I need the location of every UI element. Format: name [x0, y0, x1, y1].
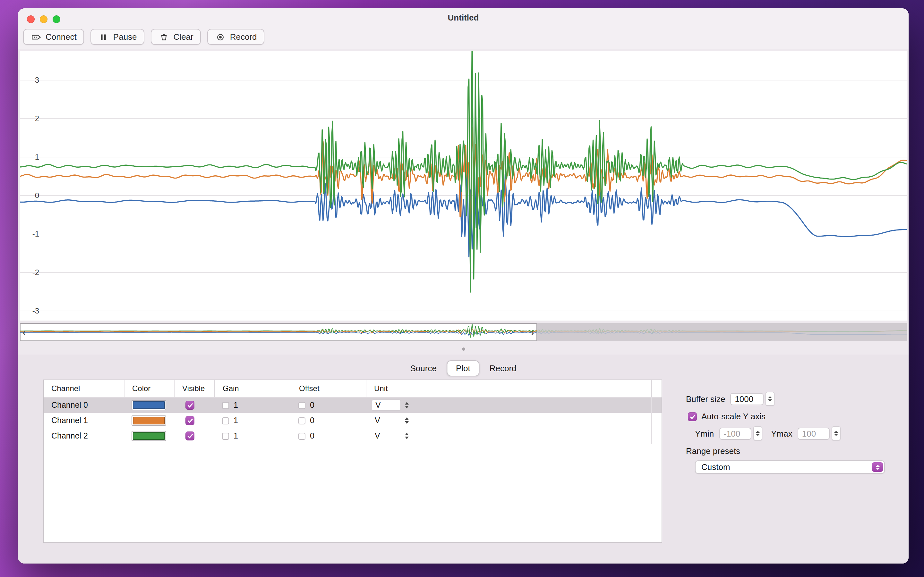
gain-value[interactable]: 1 [234, 401, 238, 410]
unit-combo[interactable]: V [372, 415, 401, 426]
chevron-left-icon: ‹ [23, 327, 26, 337]
window-title: Untitled [18, 13, 909, 23]
clear-label: Clear [174, 32, 194, 42]
record-button[interactable]: Record [208, 29, 265, 45]
channel-name: Channel 0 [44, 398, 124, 413]
titlebar[interactable]: Untitled Connect Pause [18, 8, 909, 49]
range-presets-row: Range presets [686, 446, 904, 456]
ymin-stepper[interactable] [753, 426, 762, 440]
tab-plot[interactable]: Plot [447, 360, 479, 376]
clear-button[interactable]: Clear [151, 29, 201, 45]
scroll-left-button[interactable]: ‹ [21, 323, 27, 341]
check-icon [187, 434, 193, 438]
popup-chevrons-icon [872, 462, 883, 472]
plot-area[interactable]: 3 2 1 0 -1 -2 -3 [20, 51, 907, 321]
gain-checkbox[interactable] [222, 417, 229, 424]
table-header-row: Channel Color Visible Gain Offset Unit [44, 380, 662, 398]
ymin-label: Ymin [695, 429, 714, 438]
channels-table: Channel Color Visible Gain Offset Unit C… [43, 380, 662, 543]
gain-checkbox[interactable] [222, 402, 229, 409]
ymax-input[interactable]: 100 [798, 427, 830, 440]
offset-checkbox[interactable] [298, 432, 305, 440]
unit-stepper-icon[interactable] [405, 433, 409, 439]
color-swatch [133, 432, 165, 440]
strip-hidden-region [537, 323, 907, 341]
visible-checkbox[interactable] [186, 416, 194, 425]
app-window: Untitled Connect Pause [18, 8, 909, 564]
ymax-value: 100 [802, 429, 816, 438]
ymax-label: Ymax [771, 429, 792, 438]
header-offset: Offset [291, 380, 366, 397]
tab-record[interactable]: Record [481, 360, 525, 376]
connect-button[interactable]: Connect [23, 29, 84, 45]
color-swatch [133, 417, 165, 424]
color-swatch [133, 401, 165, 409]
y-axis-tick: 2 [24, 114, 39, 123]
check-icon [187, 418, 193, 423]
color-swatch-button[interactable] [132, 400, 166, 410]
unit-stepper-icon[interactable] [405, 402, 409, 408]
autoscale-label: Auto-scale Y axis [701, 412, 766, 421]
chevron-right-icon: › [531, 327, 534, 337]
table-row[interactable]: Channel 2 1 0 V [44, 428, 662, 444]
range-preset-dropdown[interactable]: Custom [695, 460, 885, 474]
unit-value: V [375, 401, 381, 410]
offset-value[interactable]: 0 [310, 432, 314, 440]
offset-value[interactable]: 0 [310, 416, 314, 425]
table-row[interactable]: Channel 0 1 0 V [44, 398, 662, 413]
buffer-size-input[interactable]: 1000 [730, 393, 764, 405]
ymin-value: -100 [724, 429, 740, 438]
desktop-background: Untitled Connect Pause [0, 0, 924, 577]
color-swatch-button[interactable] [132, 416, 166, 426]
panel-tab-bar: Source Plot Record [401, 360, 525, 376]
header-scroll-gutter [651, 380, 662, 397]
ymax-stepper[interactable] [832, 426, 841, 440]
pause-icon [99, 32, 110, 41]
y-axis-tick: -3 [24, 306, 39, 316]
y-range-row: Ymin -100 Ymax 100 [695, 426, 904, 440]
record-label: Record [230, 32, 257, 42]
gain-value[interactable]: 1 [234, 416, 238, 425]
gain-value[interactable]: 1 [234, 432, 238, 440]
buffer-size-label: Buffer size [686, 394, 725, 404]
offset-checkbox[interactable] [298, 417, 305, 424]
autoscale-checkbox[interactable] [688, 412, 697, 421]
y-axis-tick: 1 [24, 153, 39, 161]
unit-combo[interactable]: V [372, 430, 401, 442]
plot-overview-strip[interactable]: ‹ › [20, 323, 907, 341]
channel-name: Channel 2 [44, 428, 124, 444]
header-channel: Channel [44, 380, 124, 397]
scroll-right-button[interactable]: › [529, 323, 536, 341]
unit-combo[interactable]: V [372, 400, 401, 411]
scroll-gutter [651, 428, 662, 444]
plot-settings-panel: Buffer size 1000 Auto-scale Y axis Ymin … [686, 392, 904, 474]
clear-icon [159, 32, 170, 41]
range-preset-value: Custom [701, 462, 730, 472]
main-chart [20, 51, 907, 321]
scroll-gutter [651, 398, 662, 413]
header-unit: Unit [366, 380, 651, 397]
splitter-handle[interactable] [462, 348, 465, 351]
y-axis-tick: 0 [24, 191, 39, 200]
scroll-gutter [651, 413, 662, 428]
unit-value: V [375, 416, 380, 425]
connect-icon [31, 32, 42, 41]
pause-button[interactable]: Pause [91, 29, 145, 45]
buffer-size-row: Buffer size 1000 [686, 392, 904, 406]
table-row[interactable]: Channel 1 1 0 V [44, 413, 662, 428]
tab-source[interactable]: Source [401, 360, 445, 376]
visible-checkbox[interactable] [186, 432, 194, 440]
autoscale-row: Auto-scale Y axis [688, 412, 904, 421]
buffer-size-stepper[interactable] [766, 392, 774, 406]
color-swatch-button[interactable] [132, 431, 166, 441]
record-icon [215, 32, 226, 41]
buffer-size-value: 1000 [735, 394, 753, 404]
header-visible: Visible [174, 380, 214, 397]
gain-checkbox[interactable] [222, 432, 229, 440]
offset-checkbox[interactable] [298, 402, 305, 409]
ymin-input[interactable]: -100 [719, 427, 751, 440]
unit-stepper-icon[interactable] [405, 417, 409, 424]
offset-value[interactable]: 0 [310, 401, 314, 410]
visible-checkbox[interactable] [186, 401, 194, 410]
range-preset-popup-row: Custom [695, 460, 904, 474]
